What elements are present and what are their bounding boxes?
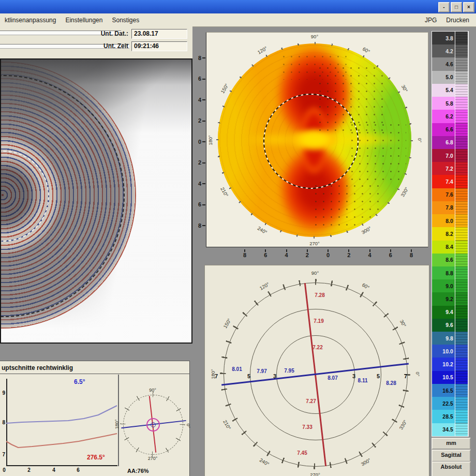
scale-band-value: 8.6 <box>432 254 455 266</box>
topo-y-tick: 8 <box>191 55 205 61</box>
angle-label: 120° <box>259 281 271 291</box>
topo-x-tick: 4 <box>364 249 376 259</box>
angle-label: 180° <box>114 420 120 429</box>
flat-meridian-curve <box>6 406 117 423</box>
scale-band-value: 9.8 <box>432 332 455 345</box>
scale-band-value: 34.5 <box>432 423 455 436</box>
exam-date-value[interactable]: 23.08.17 <box>131 29 187 39</box>
axis-number: 3 <box>273 373 276 379</box>
scale-band-swatch <box>455 136 468 149</box>
scale-band-swatch <box>455 279 468 292</box>
scale-unit-button[interactable]: mm <box>432 438 471 450</box>
scale-band-swatch <box>455 227 468 240</box>
axis-number: 5 <box>377 373 380 379</box>
scale-band: 9.6 <box>432 319 468 332</box>
scale-band: 8.0 <box>432 214 468 227</box>
menu-item[interactable]: ktlinsenanpassung <box>0 17 61 24</box>
axis-number: 3 <box>352 373 355 379</box>
angle-label: 330° <box>398 419 408 431</box>
axis-number: 7 <box>215 373 218 379</box>
x-tick-label: 2 <box>26 467 32 473</box>
topo-y-tick: 6 <box>191 76 205 82</box>
scale-band: 7.4 <box>432 175 468 188</box>
scale-band-value: 6.2 <box>432 110 455 123</box>
scale-band: 34.5 <box>432 423 468 436</box>
angle-label: 180° <box>207 135 213 145</box>
radius-value-red: 7.27 <box>306 398 316 404</box>
scale-band-value: 5.4 <box>432 84 455 97</box>
scale-band: 9.2 <box>432 292 468 305</box>
angle-label: 270° <box>310 472 320 476</box>
angle-label: 270° <box>148 456 158 461</box>
restore-icon: □ <box>455 5 458 10</box>
scale-band: 6.8 <box>432 136 468 149</box>
scale-band-swatch <box>455 188 468 201</box>
scale-band-value: 16.5 <box>432 384 455 397</box>
topo-y-tick: 4 <box>191 181 205 187</box>
topo-x-tick: 4 <box>280 249 293 259</box>
minimize-button[interactable]: - <box>438 2 450 12</box>
scale-band: 10.2 <box>432 358 468 370</box>
scale-band: 8.8 <box>432 266 468 279</box>
restore-button[interactable]: □ <box>451 2 462 12</box>
meridian-radii-plot: 90°60°30°0°330°300°270°240°210°180°150°1… <box>204 265 429 476</box>
scale-band-value: 7.2 <box>432 162 455 175</box>
radius-value-blue: 8.07 <box>328 375 337 381</box>
scale-band: 7.0 <box>432 149 468 162</box>
menu-item[interactable]: Einstellungen <box>61 17 107 24</box>
exam-time-value[interactable]: 09:21:46 <box>131 41 187 51</box>
scale-mode-button[interactable]: Sagittal <box>432 450 471 462</box>
scale-band-swatch <box>455 266 468 279</box>
topo-x-tick: 2 <box>343 249 355 259</box>
angle-label: 0° <box>415 371 421 376</box>
scale-band-value: 10.2 <box>432 358 455 370</box>
scale-band-swatch <box>455 397 468 410</box>
menu-action[interactable]: JPG <box>420 17 441 24</box>
radius-value-blue: 7.95 <box>284 368 294 374</box>
scale-band-swatch <box>455 201 468 214</box>
angle-label: 90° <box>149 388 156 393</box>
scale-band-value: 6.8 <box>432 136 455 149</box>
scale-band: 6.6 <box>432 123 468 136</box>
scale-band-swatch <box>455 162 468 175</box>
scale-band-value: 28.5 <box>432 410 455 423</box>
title-divider <box>0 374 189 374</box>
angle-label: 210° <box>222 419 232 431</box>
scale-band-swatch <box>455 175 468 188</box>
scale-band: 22.5 <box>432 397 468 410</box>
topo-y-tick: 8 <box>191 222 205 229</box>
scale-band-value: 22.5 <box>432 397 455 410</box>
close-button[interactable]: × <box>463 2 474 12</box>
scale-band-swatch <box>455 149 468 162</box>
topo-x-tick: 8 <box>405 249 418 259</box>
minimize-icon: - <box>443 5 444 10</box>
radius-value-red: 7.19 <box>314 318 323 324</box>
analyzed-area-label: AA:76% <box>127 468 149 474</box>
scale-band-swatch <box>455 254 468 266</box>
x-tick-label: 4 <box>51 467 56 473</box>
scale-band: 9.0 <box>432 279 468 292</box>
scale-band-swatch <box>455 358 468 370</box>
angle-label: 330° <box>399 186 409 198</box>
window-titlebar[interactable]: - □ × <box>0 0 476 13</box>
scale-band: 10.5 <box>432 371 468 384</box>
angle-label: 300° <box>360 457 372 467</box>
scale-band-swatch <box>455 371 468 384</box>
scale-band: 5.8 <box>432 97 468 110</box>
scale-band-value: 7.0 <box>432 149 455 162</box>
menu-item[interactable]: Sonstiges <box>107 17 144 24</box>
angle-label: 90° <box>311 270 319 276</box>
scale-band-swatch <box>455 123 468 136</box>
scale-band-value: 10.5 <box>432 371 455 384</box>
scale-band-value: 9.0 <box>432 279 455 292</box>
menu-action[interactable]: Drucken <box>441 17 474 24</box>
radius-value-blue: 8.01 <box>232 366 242 372</box>
scale-band-swatch <box>455 292 468 305</box>
steep-meridian-curve <box>6 434 117 448</box>
radius-value-red: 7.28 <box>315 292 324 298</box>
scale-band-swatch <box>455 345 468 358</box>
angle-label: 120° <box>257 45 269 55</box>
scale-type-button[interactable]: Absolut <box>432 462 471 476</box>
scale-band: 4.6 <box>432 57 468 70</box>
flat-axis-angle-label: 6.5° <box>74 378 85 385</box>
